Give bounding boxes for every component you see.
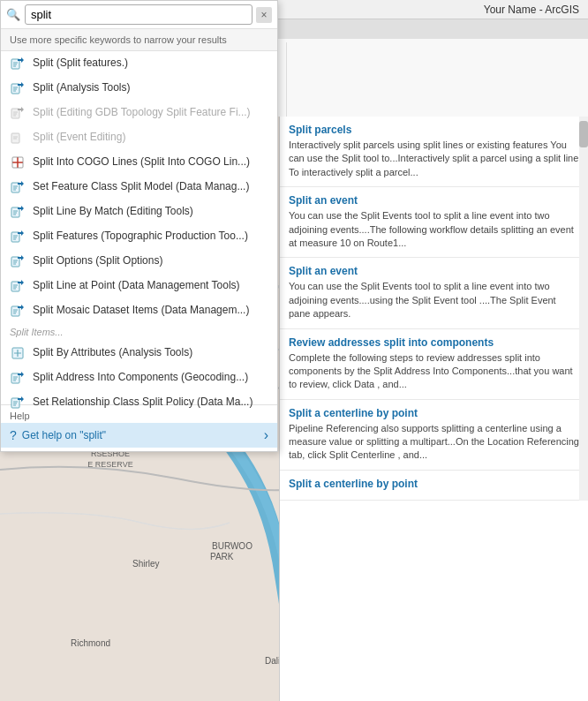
result-icon-11 — [10, 303, 26, 319]
help-content-title-1: Split an event — [289, 194, 579, 207]
help-content-item-5[interactable]: Split a centerline by point — [280, 471, 588, 501]
result-icon-7 — [10, 204, 26, 220]
search-dropdown: 🔍 × Use more specific keywords to narrow… — [0, 0, 278, 452]
result-label-3: Split (Editing GDB Topology Split Featur… — [33, 106, 251, 120]
search-input[interactable] — [25, 4, 253, 25]
help-content-title-4: Split a centerline by point — [289, 407, 579, 419]
help-content-title-5: Split a centerline by point — [289, 478, 579, 490]
result-label-2: Split (Analysis Tools) — [33, 81, 130, 95]
result-icon-9 — [10, 253, 26, 269]
search-result-10[interactable]: Split Line at Point (Data Management Too… — [1, 274, 277, 298]
result-icon-6 — [10, 179, 26, 195]
svg-text:Richmond: Richmond — [71, 638, 110, 648]
help-content-text-0: Interactively split parcels using split … — [289, 139, 579, 179]
help-content-item-2[interactable]: Split an event You can use the Split Eve… — [280, 258, 588, 328]
svg-text:Shirley: Shirley — [132, 559, 160, 569]
search-hint: Use more specific keywords to narrow you… — [1, 29, 277, 51]
help-content-title-0: Split parcels — [289, 124, 579, 136]
help-section: Help ? Get help on "split" › — [1, 404, 277, 451]
result-label-4: Split (Event Editing) — [33, 131, 125, 145]
help-content-title-3: Review addresses split into components — [289, 336, 579, 349]
result-label-11: Split Mosaic Dataset Items (Data Managem… — [33, 304, 249, 318]
help-content-text-2: You can use the Split Events tool to spl… — [289, 280, 579, 320]
result-icon-12 — [10, 345, 26, 361]
help-content-scroll-container: Split parcels Interactively split parcel… — [280, 117, 588, 501]
help-content-text-3: Complete the following steps to review a… — [289, 351, 579, 392]
search-result-1[interactable]: Split (Split features.) — [1, 51, 277, 76]
help-content-item-0[interactable]: Split parcels Interactively split parcel… — [280, 117, 588, 187]
help-content-item-3[interactable]: Review addresses split into components C… — [280, 329, 588, 400]
help-label: Help — [1, 409, 277, 423]
result-icon-8 — [10, 229, 26, 245]
search-result-8[interactable]: Split Features (Topographic Production T… — [1, 224, 277, 249]
help-question-icon: ? — [10, 428, 17, 442]
help-content-text-1: You can use the Split Events tool to spl… — [289, 209, 579, 250]
search-result-3: Split (Editing GDB Topology Split Featur… — [1, 101, 277, 125]
result-icon-5 — [10, 155, 26, 170]
scrollbar-thumb[interactable] — [579, 121, 588, 147]
help-item-content: ? Get help on "split" — [10, 428, 106, 442]
result-label-14: Set Relationship Class Split Policy (Dat… — [33, 396, 253, 410]
result-label-1: Split (Split features.) — [33, 57, 128, 71]
app-title: Your Name - ArcGIS — [484, 4, 579, 16]
search-result-12[interactable]: Split By Attributes (Analysis Tools) — [1, 341, 277, 366]
help-arrow-icon: › — [264, 427, 268, 443]
result-icon-13 — [10, 370, 26, 386]
svg-text:BURWOO: BURWOO — [212, 541, 253, 551]
result-icon-4 — [10, 130, 26, 146]
search-result-11[interactable]: Split Mosaic Dataset Items (Data Managem… — [1, 298, 277, 323]
search-result-6[interactable]: Set Feature Class Split Model (Data Mana… — [1, 175, 277, 200]
search-result-7[interactable]: Split Line By Match (Editing Tools) — [1, 200, 277, 224]
result-icon-2 — [10, 80, 26, 96]
help-content-item-4[interactable]: Split a centerline by point Pipeline Ref… — [280, 400, 588, 471]
result-label-7: Split Line By Match (Editing Tools) — [33, 205, 193, 219]
search-result-5[interactable]: Split Into COGO Lines (Split Into COGO L… — [1, 150, 277, 175]
result-icon-1 — [10, 56, 26, 72]
help-content-text-4: Pipeline Referencing also supports split… — [289, 422, 579, 463]
result-label-9: Split Options (Split Options) — [33, 254, 162, 268]
result-icon-10 — [10, 278, 26, 294]
search-result-9[interactable]: Split Options (Split Options) — [1, 249, 277, 274]
help-content-panel: Split parcels Interactively split parcel… — [279, 117, 588, 701]
result-label-6: Set Feature Class Split Model (Data Mana… — [33, 180, 249, 194]
result-icon-3 — [10, 105, 26, 121]
search-result-13[interactable]: Split Address Into Components (Geocoding… — [1, 366, 277, 390]
search-result-2[interactable]: Split (Analysis Tools) — [1, 76, 277, 101]
result-label-5: Split Into COGO Lines (Split Into COGO L… — [33, 155, 250, 170]
svg-text:E RESERVE: E RESERVE — [87, 460, 132, 469]
result-label-13: Split Address Into Components (Geocoding… — [33, 371, 248, 385]
scrollbar-track[interactable] — [579, 117, 588, 501]
search-clear-button[interactable]: × — [256, 7, 272, 23]
result-label-8: Split Features (Topographic Production T… — [33, 230, 248, 244]
result-label-12: Split By Attributes (Analysis Tools) — [33, 346, 192, 360]
search-box-container: 🔍 × — [1, 1, 277, 29]
svg-text:PARK: PARK — [210, 552, 234, 562]
help-content-title-2: Split an event — [289, 265, 579, 277]
split-items-divider: Split Items... — [1, 323, 277, 341]
help-content-item-1[interactable]: Split an event You can use the Split Eve… — [280, 187, 588, 258]
search-results-list: Split (Split features.) Split (Analysis … — [1, 51, 277, 404]
search-magnifier-icon: 🔍 — [6, 8, 20, 21]
search-result-4: Split (Event Editing) — [1, 125, 277, 150]
get-help-button[interactable]: ? Get help on "split" › — [1, 423, 277, 448]
result-icon-14 — [10, 395, 26, 411]
result-label-10: Split Line at Point (Data Management Too… — [33, 279, 240, 293]
help-item-label: Get help on "split" — [22, 429, 106, 441]
